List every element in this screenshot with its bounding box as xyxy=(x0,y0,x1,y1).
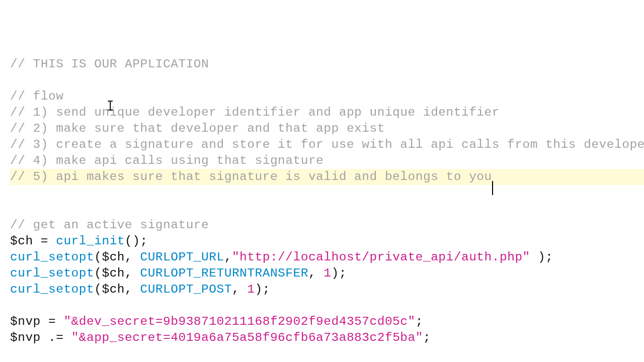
code-line[interactable]: curl_setopt($ch, CURLOPT_RETURNTRANSFER,… xyxy=(10,265,644,282)
code-token: // 5) api makes sure that signature is v… xyxy=(10,170,492,184)
code-token: curl_init xyxy=(56,234,125,248)
code-token: $ch xyxy=(102,250,125,264)
code-editor[interactable]: I // THIS IS OUR APPLICATION // flow// 1… xyxy=(0,0,644,362)
code-token: , xyxy=(125,266,140,280)
code-line[interactable] xyxy=(10,298,644,314)
code-token: ( xyxy=(94,266,102,280)
code-token: , xyxy=(308,266,324,280)
code-token: = xyxy=(33,234,56,248)
code-token: // THIS IS OUR APPLICATION xyxy=(10,57,209,71)
code-line[interactable]: // 1) send unique developer identifier a… xyxy=(10,105,644,121)
code-token xyxy=(10,202,18,216)
code-line[interactable]: // 2) make sure that developer and that … xyxy=(10,121,644,137)
code-line[interactable]: $nvp = "&dev_secret=9b938710211168f2902f… xyxy=(10,314,644,330)
code-token: $nvp xyxy=(10,331,41,344)
code-token: ; xyxy=(416,315,423,328)
code-token: CURLOPT_POST xyxy=(140,283,231,296)
code-token: , xyxy=(224,250,232,264)
code-token: ); xyxy=(255,283,270,296)
code-token: "&dev_secret=9b938710211168f2902f9ed4357… xyxy=(63,315,415,328)
code-token: $ch xyxy=(102,266,125,280)
code-token: 1 xyxy=(247,283,255,296)
code-token: CURLOPT_URL xyxy=(140,250,224,264)
code-token xyxy=(10,73,18,87)
code-line[interactable]: curl_setopt($ch, CURLOPT_POST, 1); xyxy=(10,282,644,298)
code-line[interactable]: // THIS IS OUR APPLICATION xyxy=(10,56,644,72)
code-token: ); xyxy=(530,250,553,264)
code-token: , xyxy=(125,283,140,296)
code-token: "&app_secret=4019a6a75a58f96cfb6a73a883c… xyxy=(71,331,423,344)
code-line[interactable]: curl_setopt($ch, CURLOPT_URL,"http://loc… xyxy=(10,249,644,265)
code-token: // 1) send unique developer identifier a… xyxy=(10,106,500,119)
code-token: // 2) make sure that developer and that … xyxy=(10,122,385,135)
code-token: $nvp xyxy=(10,315,41,328)
code-line[interactable]: $ch = curl_init(); xyxy=(10,233,644,249)
code-line[interactable] xyxy=(10,201,644,217)
code-line[interactable] xyxy=(10,346,644,362)
code-token: // get an active signature xyxy=(10,218,209,232)
code-line[interactable]: // get an active signature xyxy=(10,217,644,233)
code-token xyxy=(10,347,18,360)
code-token xyxy=(10,299,18,312)
code-token: (); xyxy=(125,234,148,248)
code-token: // 4) make api calls using that signatur… xyxy=(10,154,324,167)
code-token: "http://localhost/private_api/auth.php" xyxy=(232,250,530,264)
code-token: , xyxy=(125,250,140,264)
code-line[interactable] xyxy=(10,72,644,88)
code-token: , xyxy=(232,283,247,296)
code-token: CURLOPT_RETURNTRANSFER xyxy=(140,266,308,280)
code-token: // 3) create a signature and store it fo… xyxy=(10,138,644,151)
code-token: curl_setopt xyxy=(10,250,94,264)
code-token: ( xyxy=(94,250,102,264)
code-token: ; xyxy=(423,331,431,344)
code-line[interactable]: // flow xyxy=(10,88,644,105)
code-line[interactable]: // 4) make api calls using that signatur… xyxy=(10,153,644,169)
code-token: $ch xyxy=(10,234,33,248)
code-token: ( xyxy=(94,283,102,296)
code-token: $ch xyxy=(102,283,125,296)
code-token: 1 xyxy=(324,266,331,280)
code-token: = xyxy=(41,315,64,328)
code-line[interactable]: // 3) create a signature and store it fo… xyxy=(10,137,644,153)
code-line[interactable]: // 5) api makes sure that signature is v… xyxy=(10,169,644,185)
code-token: // flow xyxy=(10,89,63,103)
code-line[interactable] xyxy=(10,185,644,201)
code-token: curl_setopt xyxy=(10,283,94,296)
code-token: curl_setopt xyxy=(10,266,94,280)
code-line[interactable]: $nvp .= "&app_secret=4019a6a75a58f96cfb6… xyxy=(10,330,644,346)
code-token xyxy=(10,186,18,200)
code-token: ); xyxy=(332,266,347,280)
code-token: .= xyxy=(41,331,71,344)
